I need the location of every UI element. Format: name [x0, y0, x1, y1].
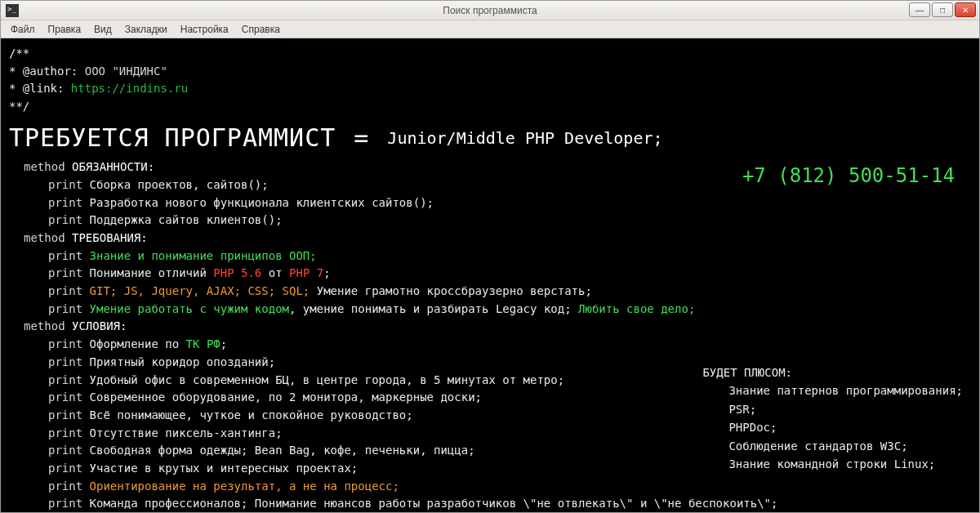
headline-left: ТРЕБУЕТСЯ ПРОГРАММИСТ — [9, 119, 336, 158]
menu-file[interactable]: Файл — [4, 22, 42, 37]
plus-4: Соблюдение стандартов W3C; — [702, 437, 963, 455]
headline-equals: = — [354, 119, 369, 158]
terminal-body[interactable]: /** * @author: ООО "ИНДИНС" * @link: htt… — [1, 38, 979, 512]
section-conditions: method УСЛОВИЯ: — [9, 318, 971, 336]
menu-settings[interactable]: Настройка — [174, 22, 235, 37]
terminal-window: Поиск программиста — □ ✕ Файл Правка Вид… — [0, 0, 980, 513]
comment-close: **/ — [9, 98, 971, 116]
window-title: Поиск программиста — [443, 5, 537, 16]
plus-1: Знание паттернов программирования; — [702, 381, 963, 399]
window-controls: — □ ✕ — [909, 2, 976, 17]
comment-author-line: * @author: ООО "ИНДИНС" — [9, 63, 971, 81]
duty-3: print Поддержка сайтов клиентов(); — [9, 212, 971, 230]
link-value: https://indins.ru — [71, 82, 188, 95]
plus-2: PSR; — [702, 400, 963, 418]
phone-number: +7 (812) 500-51-14 — [742, 161, 955, 191]
menu-help[interactable]: Справка — [235, 22, 287, 37]
menu-bookmarks[interactable]: Закладки — [118, 22, 174, 37]
cond-1: print Оформление по ТК РФ; — [9, 336, 971, 354]
cond-9: print Ориентирование на результат, а не … — [9, 478, 971, 496]
author-value: ООО "ИНДИНС" — [85, 65, 167, 78]
titlebar: Поиск программиста — □ ✕ — [1, 1, 979, 20]
plus-5: Знание командной строки Linux; — [702, 455, 963, 473]
req-4: print Умение работать с чужим кодом, уме… — [9, 301, 971, 319]
plus-3: PHPDoc; — [702, 418, 963, 436]
menu-edit[interactable]: Правка — [42, 22, 88, 37]
cond-10: print Команда профессионалов; Понимание … — [9, 495, 971, 512]
maximize-button[interactable]: □ — [932, 2, 953, 17]
role-text: Junior/Middle PHP Developer; — [387, 126, 662, 151]
comment-link-line: * @link: https://indins.ru — [9, 80, 971, 98]
menubar: Файл Правка Вид Закладки Настройка Справ… — [1, 20, 979, 38]
menu-view[interactable]: Вид — [87, 22, 118, 37]
headline-row: ТРЕБУЕТСЯ ПРОГРАММИСТ = Junior/Middle PH… — [9, 119, 971, 158]
plus-block: БУДЕТ ПЛЮСОМ: Знание паттернов программи… — [702, 364, 963, 473]
req-1: print Знание и понимание принципов ООП; — [9, 248, 971, 265]
minimize-button[interactable]: — — [909, 2, 930, 17]
req-2: print Понимание отличий PHP 5.6 от PHP 7… — [9, 265, 971, 283]
duty-2: print Разработка нового функционала клие… — [9, 194, 971, 212]
terminal-icon — [6, 4, 19, 17]
close-button[interactable]: ✕ — [955, 2, 976, 17]
req-3: print GIT; JS, Jquery, AJAX; CSS; SQL; У… — [9, 283, 971, 301]
section-requirements: method ТРЕБОВАНИЯ: — [9, 230, 971, 248]
plus-title: БУДЕТ ПЛЮСОМ: — [702, 364, 963, 381]
comment-open: /** — [9, 45, 971, 63]
